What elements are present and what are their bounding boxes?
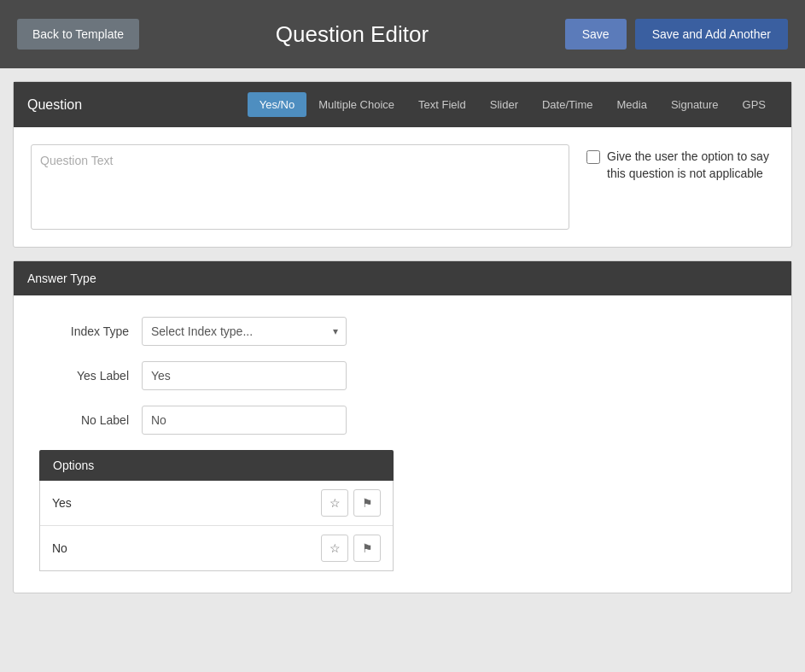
index-type-label: Index Type [39, 324, 142, 338]
flag-icon: ⚑ [362, 541, 373, 555]
option-no-flag-button[interactable]: ⚑ [353, 535, 381, 562]
save-and-add-another-button[interactable]: Save and Add Another [635, 19, 788, 50]
no-label-row: No Label [39, 406, 766, 435]
option-row-no: No ☆ ⚑ [40, 526, 393, 570]
answer-type-body: Index Type Select Index type... ▾ Yes La… [14, 295, 791, 593]
star-icon: ☆ [330, 496, 341, 510]
question-card-header: Question Yes/No Multiple Choice Text Fie… [14, 82, 791, 127]
no-label-input[interactable] [142, 406, 347, 435]
question-card: Question Yes/No Multiple Choice Text Fie… [13, 81, 792, 248]
question-section-title: Question [27, 97, 82, 113]
question-text-input[interactable] [31, 144, 569, 230]
yes-label-input[interactable] [142, 361, 347, 390]
back-to-template-button[interactable]: Back to Template [17, 19, 139, 50]
index-type-row: Index Type Select Index type... ▾ [39, 317, 766, 346]
header-actions: Save Save and Add Another [565, 19, 788, 50]
index-type-select-wrapper: Select Index type... ▾ [142, 317, 347, 346]
options-table: Yes ☆ ⚑ No [39, 481, 394, 571]
yes-label-row: Yes Label [39, 361, 766, 390]
index-type-select[interactable]: Select Index type... [142, 317, 347, 346]
no-label-label: No Label [39, 413, 142, 427]
tab-media[interactable]: Media [604, 92, 658, 117]
option-yes-flag-button[interactable]: ⚑ [353, 489, 381, 517]
question-card-body: Give the user the option to say this que… [14, 127, 791, 247]
answer-type-header: Answer Type [14, 261, 791, 295]
na-option-checkbox[interactable] [586, 150, 600, 164]
star-icon: ☆ [330, 541, 341, 555]
header: Back to Template Question Editor Save Sa… [0, 0, 805, 68]
option-no-label: No [52, 541, 67, 555]
tab-gps[interactable]: GPS [731, 92, 778, 117]
main-content: Question Yes/No Multiple Choice Text Fie… [0, 68, 805, 606]
option-no-actions: ☆ ⚑ [321, 535, 381, 562]
page-title: Question Editor [276, 21, 429, 48]
option-no-star-button[interactable]: ☆ [321, 535, 348, 562]
save-button[interactable]: Save [565, 19, 627, 50]
options-header: Options [39, 450, 394, 481]
answer-type-title: Answer Type [27, 272, 96, 285]
option-row-yes: Yes ☆ ⚑ [40, 481, 393, 526]
tab-yes-no[interactable]: Yes/No [248, 92, 306, 117]
option-yes-actions: ☆ ⚑ [321, 489, 381, 517]
tab-text-field[interactable]: Text Field [406, 92, 478, 117]
tab-signature[interactable]: Signature [659, 92, 731, 117]
tab-datetime[interactable]: Date/Time [530, 92, 604, 117]
na-option-container: Give the user the option to say this que… [586, 144, 774, 182]
option-yes-star-button[interactable]: ☆ [321, 489, 348, 517]
tab-multiple-choice[interactable]: Multiple Choice [306, 92, 406, 117]
question-type-tabs: Yes/No Multiple Choice Text Field Slider… [248, 92, 778, 117]
options-section: Options Yes ☆ ⚑ [39, 450, 394, 571]
flag-icon: ⚑ [362, 496, 373, 510]
answer-type-card: Answer Type Index Type Select Index type… [13, 260, 792, 593]
option-yes-label: Yes [52, 496, 72, 510]
tab-slider[interactable]: Slider [478, 92, 530, 117]
yes-label-label: Yes Label [39, 369, 142, 383]
na-option-label: Give the user the option to say this que… [607, 149, 774, 182]
